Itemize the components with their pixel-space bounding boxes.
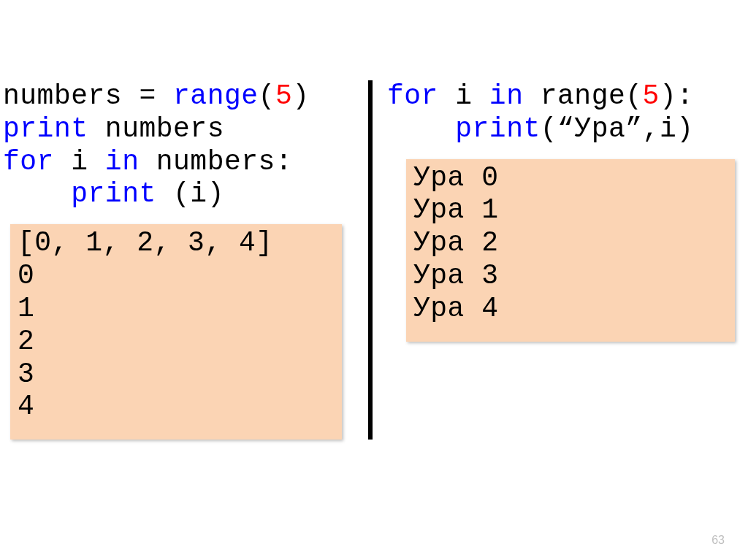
right-column: for i in range(5): print(“Ура”,i) Ура 0 …	[377, 80, 748, 440]
keyword-print: print	[455, 113, 541, 145]
keyword-range: range	[173, 80, 259, 112]
left-output-block: [0, 1, 2, 3, 4] 0 1 2 3 4	[10, 224, 342, 440]
page-number: 63	[711, 534, 725, 547]
number-literal: 5	[275, 80, 292, 112]
right-code-block: for i in range(5): print(“Ура”,i)	[387, 80, 748, 146]
code-text: numbers	[88, 113, 224, 145]
keyword-in: in	[105, 146, 140, 177]
code-text: (	[541, 113, 557, 145]
code-text: (	[259, 80, 275, 112]
keyword-print: print	[3, 113, 88, 145]
code-indent	[387, 113, 455, 145]
left-column: numbers = range(5) print numbers for i i…	[0, 80, 364, 440]
code-text: range(	[523, 80, 642, 112]
code-text: i	[54, 146, 105, 177]
code-text: ):	[660, 80, 694, 112]
keyword-for: for	[387, 80, 438, 112]
vertical-divider	[368, 80, 373, 440]
code-text: (i)	[156, 178, 224, 210]
code-text: numbers:	[139, 146, 292, 177]
keyword-in: in	[489, 80, 524, 112]
number-literal: 5	[643, 80, 660, 112]
slide: numbers = range(5) print numbers for i i…	[0, 0, 748, 560]
code-text: )	[292, 80, 309, 112]
right-output-block: Ура 0 Ура 1 Ура 2 Ура 3 Ура 4	[406, 159, 735, 342]
code-text: ,i)	[643, 113, 694, 145]
string-literal: “Ура”	[557, 113, 643, 145]
code-text: numbers =	[3, 80, 173, 112]
code-text: i	[438, 80, 489, 112]
code-indent	[3, 178, 71, 210]
keyword-print: print	[71, 178, 156, 210]
columns: numbers = range(5) print numbers for i i…	[0, 0, 748, 440]
left-code-block: numbers = range(5) print numbers for i i…	[3, 80, 364, 211]
keyword-for: for	[3, 146, 54, 177]
